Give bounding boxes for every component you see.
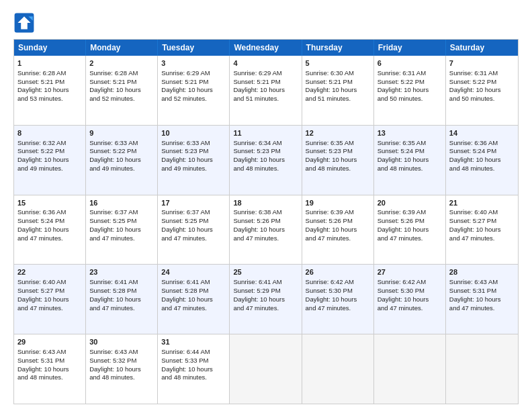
day-info: Sunrise: 6:36 AM [449,139,515,148]
empty-cell [302,334,374,404]
day-cell-8: 8Sunrise: 6:32 AMSunset: 5:22 PMDaylight… [14,126,86,195]
day-info: Sunset: 5:23 PM [161,147,226,156]
day-number: 9 [89,128,154,138]
day-number: 12 [306,128,370,138]
day-cell-7: 7Sunrise: 6:31 AMSunset: 5:22 PMDaylight… [446,56,518,125]
day-info: Sunrise: 6:29 AM [233,69,298,78]
header-day-tuesday: Tuesday [158,40,230,56]
day-number: 10 [161,128,226,138]
day-info: and 53 minutes. [17,95,82,103]
day-info: Sunrise: 6:42 AM [306,278,370,287]
day-cell-5: 5Sunrise: 6:30 AMSunset: 5:21 PMDaylight… [302,56,374,125]
day-number: 19 [306,198,370,208]
day-info: Sunrise: 6:32 AM [17,139,82,148]
day-info: and 47 minutes. [449,234,515,243]
day-info: Daylight: 10 hours [161,156,226,165]
day-info: Sunset: 5:21 PM [306,78,370,87]
day-info: Daylight: 10 hours [306,295,370,304]
day-cell-24: 24Sunrise: 6:41 AMSunset: 5:28 PMDayligh… [158,265,230,334]
day-info: Daylight: 10 hours [17,226,82,234]
day-number: 6 [378,58,442,68]
day-cell-12: 12Sunrise: 6:35 AMSunset: 5:23 PMDayligh… [302,126,374,195]
day-info: and 49 minutes. [17,165,82,173]
day-info: Sunrise: 6:35 AM [306,139,370,148]
day-info: Daylight: 10 hours [161,295,226,304]
day-info: Sunset: 5:26 PM [378,217,442,226]
day-info: Sunset: 5:31 PM [449,287,515,295]
day-info: Sunset: 5:28 PM [89,287,154,295]
day-info: Sunset: 5:32 PM [89,357,154,365]
day-cell-18: 18Sunrise: 6:38 AMSunset: 5:26 PMDayligh… [230,195,302,265]
day-info: and 48 minutes. [378,165,442,173]
day-info: Daylight: 10 hours [89,365,154,374]
day-number: 15 [17,198,82,208]
day-number: 20 [378,198,442,208]
day-cell-22: 22Sunrise: 6:40 AMSunset: 5:27 PMDayligh… [14,265,86,334]
day-info: Sunset: 5:24 PM [449,147,515,156]
day-info: Sunset: 5:26 PM [306,217,370,226]
empty-cell [374,334,446,404]
day-info: and 52 minutes. [161,95,226,103]
day-info: Daylight: 10 hours [17,156,82,165]
day-cell-28: 28Sunrise: 6:43 AMSunset: 5:31 PMDayligh… [446,265,518,334]
day-info: and 47 minutes. [161,304,226,313]
calendar-week-3: 15Sunrise: 6:36 AMSunset: 5:24 PMDayligh… [14,195,518,265]
day-info: and 50 minutes. [378,95,442,103]
logo-icon [13,12,35,34]
day-number: 13 [378,128,442,138]
header-day-saturday: Saturday [446,40,518,56]
day-info: Sunset: 5:21 PM [161,78,226,87]
calendar-week-5: 29Sunrise: 6:43 AMSunset: 5:31 PMDayligh… [14,334,518,404]
day-info: Sunrise: 6:37 AM [161,208,226,217]
day-info: Sunrise: 6:39 AM [378,208,442,217]
day-info: and 48 minutes. [89,373,154,382]
day-info: Daylight: 10 hours [306,226,370,234]
day-info: and 47 minutes. [17,234,82,243]
day-info: Daylight: 10 hours [449,156,515,165]
day-info: Daylight: 10 hours [161,365,226,374]
day-info: and 48 minutes. [449,165,515,173]
calendar-header: SundayMondayTuesdayWednesdayThursdayFrid… [14,40,518,56]
day-info: Sunrise: 6:33 AM [161,139,226,148]
empty-cell [446,334,518,404]
day-number: 17 [161,198,226,208]
day-info: Sunset: 5:30 PM [306,287,370,295]
day-info: Sunrise: 6:31 AM [378,69,442,78]
page: SundayMondayTuesdayWednesdayThursdayFrid… [0,0,532,411]
day-info: Sunset: 5:27 PM [449,217,515,226]
day-number: 4 [233,58,298,68]
day-info: Daylight: 10 hours [17,295,82,304]
day-info: Daylight: 10 hours [378,295,442,304]
day-cell-27: 27Sunrise: 6:42 AMSunset: 5:30 PMDayligh… [374,265,446,334]
logo [13,12,38,34]
day-info: Sunrise: 6:42 AM [378,278,442,287]
day-cell-10: 10Sunrise: 6:33 AMSunset: 5:23 PMDayligh… [158,126,230,195]
day-info: Sunrise: 6:39 AM [306,208,370,217]
day-info: Sunrise: 6:33 AM [89,139,154,148]
day-info: and 52 minutes. [89,95,154,103]
day-info: Daylight: 10 hours [233,295,298,304]
header-day-friday: Friday [374,40,446,56]
day-info: and 51 minutes. [233,95,298,103]
day-cell-14: 14Sunrise: 6:36 AMSunset: 5:24 PMDayligh… [446,126,518,195]
day-info: Sunset: 5:29 PM [233,287,298,295]
calendar-week-4: 22Sunrise: 6:40 AMSunset: 5:27 PMDayligh… [14,265,518,334]
calendar-week-2: 8Sunrise: 6:32 AMSunset: 5:22 PMDaylight… [14,126,518,195]
day-number: 29 [17,337,82,347]
day-info: Sunrise: 6:41 AM [233,278,298,287]
day-info: Sunset: 5:31 PM [17,357,82,365]
calendar-body: 1Sunrise: 6:28 AMSunset: 5:21 PMDaylight… [14,56,518,404]
header-day-thursday: Thursday [302,40,374,56]
day-info: Daylight: 10 hours [449,86,515,95]
day-info: Sunset: 5:24 PM [378,147,442,156]
day-info: Sunrise: 6:43 AM [449,278,515,287]
day-number: 22 [17,267,82,277]
day-info: Sunrise: 6:28 AM [17,69,82,78]
day-info: and 49 minutes. [161,165,226,173]
day-info: Daylight: 10 hours [449,295,515,304]
day-info: Daylight: 10 hours [378,86,442,95]
day-cell-20: 20Sunrise: 6:39 AMSunset: 5:26 PMDayligh… [374,195,446,265]
day-info: and 47 minutes. [306,304,370,313]
day-info: Sunset: 5:28 PM [161,287,226,295]
day-number: 27 [378,267,442,277]
